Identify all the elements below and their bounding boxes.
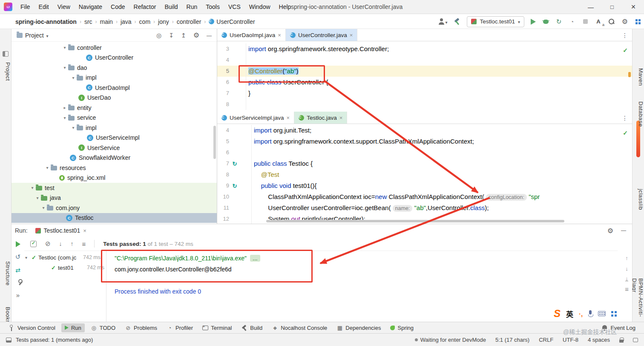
code-line-8[interactable]: 8	[217, 99, 632, 110]
tab-options-icon[interactable]	[622, 32, 628, 39]
indent-widget[interactable]: 4 spaces	[588, 337, 610, 343]
translate-icon[interactable]: A	[595, 17, 602, 26]
code-line-8[interactable]: 8 @Test	[217, 169, 632, 180]
expand-all-icon[interactable]	[169, 32, 174, 39]
project-tree-item-entity[interactable]: entity	[12, 103, 217, 113]
status-message[interactable]: Tests passed: 1 (moments ago)	[16, 337, 93, 343]
toolwindow-button-terminal[interactable]: Terminal	[199, 323, 235, 332]
breadcrumb-item-jony[interactable]: jony	[158, 18, 169, 25]
project-tree-item-userserviceimpl[interactable]: UserServiceImpl	[12, 133, 217, 143]
punctuation-mode-icon[interactable]: ·,	[579, 310, 583, 317]
sogou-logo-icon[interactable]: S	[554, 309, 561, 319]
hide-panel-icon[interactable]	[207, 32, 212, 39]
project-tree-item-controller[interactable]: controller	[12, 43, 217, 53]
close-tab-icon[interactable]	[287, 115, 290, 121]
project-tree-item-test[interactable]: test	[12, 183, 217, 193]
project-tree-item-service[interactable]: service	[12, 113, 217, 123]
microphone-icon[interactable]	[588, 310, 592, 317]
build-hammer-icon[interactable]	[454, 17, 460, 26]
code-line-7[interactable]: 7public class TestIoc {	[217, 158, 632, 169]
toolwindow-button-profiler[interactable]: Profiler	[163, 323, 196, 332]
tool-stripe-database[interactable]: Database	[632, 101, 644, 127]
menu-item-code[interactable]: Code	[106, 0, 129, 14]
project-tree-item-com-jony[interactable]: com.jony	[12, 203, 217, 213]
chevron-down-icon[interactable]	[25, 255, 32, 260]
menu-item-run[interactable]: Run	[182, 0, 202, 14]
tool-stripe-structure[interactable]: Structure	[0, 261, 11, 285]
project-tree-item-dao[interactable]: dao	[12, 63, 217, 73]
breadcrumb-item-java[interactable]: java	[121, 18, 132, 25]
toolwindow-toggle-icon[interactable]	[6, 337, 12, 343]
settings-gear-icon[interactable]	[607, 227, 613, 235]
menu-item-navigate[interactable]: Navigate	[75, 0, 106, 14]
run-config-select[interactable]: Testloc.test01	[467, 16, 524, 27]
close-tab-icon[interactable]	[83, 227, 86, 234]
project-tree-item-java[interactable]: java	[12, 193, 217, 203]
ime-language-indicator[interactable]: 英	[566, 309, 573, 319]
breadcrumb-item-controller[interactable]: controller	[177, 18, 201, 25]
menu-item-file[interactable]: File	[16, 0, 34, 14]
maximize-button[interactable]	[601, 0, 623, 14]
tool-stripe-maven[interactable]: Maven	[632, 68, 644, 86]
close-tab-icon[interactable]	[350, 32, 353, 38]
menu-item-refactor[interactable]: Refactor	[129, 0, 161, 14]
hide-panel-icon[interactable]	[621, 227, 626, 235]
stop-button[interactable]	[582, 17, 589, 26]
scrollbar-thumb[interactable]	[213, 126, 216, 159]
code-line-9[interactable]: 9 public void test01(){	[217, 180, 632, 191]
import-results-icon[interactable]	[15, 267, 20, 274]
show-passed-button[interactable]	[30, 241, 37, 247]
run-button[interactable]	[531, 19, 536, 25]
ime-toolbar[interactable]: S 英 ·,	[554, 307, 617, 320]
menu-item-edit[interactable]: Edit	[34, 0, 53, 14]
locate-file-icon[interactable]	[156, 32, 161, 39]
test-item-test01[interactable]: test01742 ms	[24, 262, 106, 273]
settings-gear-icon[interactable]	[621, 17, 628, 26]
search-everywhere-button[interactable]	[608, 17, 615, 26]
soft-wrap-icon[interactable]	[625, 285, 629, 293]
chevron-down-icon[interactable]	[61, 115, 68, 120]
menu-item-window[interactable]: Window	[245, 0, 275, 14]
test-history-icon[interactable]	[15, 253, 21, 261]
inspections-ok-icon[interactable]	[623, 129, 628, 137]
run-test-gutter-icon[interactable]	[229, 180, 240, 191]
editor-tab-testloc-java[interactable]: Testloc.java	[294, 112, 347, 124]
code-line-6[interactable]: 6	[217, 147, 632, 158]
toolwindow-button-run[interactable]: Run	[61, 323, 85, 332]
chevron-down-icon[interactable]	[61, 65, 68, 70]
menu-item-vcs[interactable]: VCS	[224, 0, 245, 14]
expand-collapse-icon[interactable]	[82, 240, 86, 248]
toolwindow-button-spring[interactable]: Spring	[387, 323, 417, 332]
breadcrumb-item-main[interactable]: main	[100, 18, 113, 25]
chevron-down-icon[interactable]	[70, 75, 77, 80]
close-tab-icon[interactable]	[278, 32, 281, 38]
test-item-testloc-com-jc[interactable]: Testloc (com.jc742 ms	[24, 252, 106, 262]
project-tree-item-impl[interactable]: impl	[12, 73, 217, 83]
toolwindow-button-dependencies[interactable]: Dependencies	[333, 323, 384, 332]
menu-item-view[interactable]: View	[53, 0, 75, 14]
project-tree-item-resources[interactable]: resources	[12, 163, 217, 173]
code-line-4[interactable]: 4	[217, 55, 632, 66]
breadcrumb-item-com[interactable]: com	[139, 18, 150, 25]
chevron-down-icon[interactable]	[61, 45, 68, 50]
tool-stripe-jclasslib[interactable]: jclasslib	[632, 189, 644, 210]
code-line-4[interactable]: 4import org.junit.Test;	[217, 125, 632, 136]
toolwindow-button-version-control[interactable]: Version Control	[5, 323, 59, 332]
project-stripe-icon[interactable]	[3, 51, 9, 57]
chevron-down-icon[interactable]	[34, 196, 41, 200]
scroll-up-icon[interactable]	[625, 255, 628, 261]
devmode-status[interactable]: Waiting for enter DevMode	[415, 337, 486, 343]
profiler-button[interactable]	[569, 17, 575, 26]
project-tree-item-userdaoimpl[interactable]: UserDaoImpl	[12, 83, 217, 93]
close-button[interactable]	[623, 0, 644, 14]
code-line-3[interactable]: 3import org.springframework.stereotype.C…	[217, 43, 632, 55]
show-ignored-button[interactable]	[45, 240, 51, 248]
chevron-right-icon[interactable]	[61, 105, 68, 110]
project-tree-item-usercontroller[interactable]: UserController	[12, 53, 217, 63]
tool-stripe-bpmn-activiti-diagr[interactable]: BPMN-Activiti-Diagr	[632, 278, 644, 322]
chevron-down-icon[interactable]	[70, 125, 77, 130]
ime-toolbox-icon[interactable]	[611, 311, 617, 317]
rerun-tests-button[interactable]	[16, 241, 20, 247]
chevron-down-icon[interactable]	[40, 205, 47, 210]
sort-alphabetically-icon[interactable]	[71, 240, 74, 247]
